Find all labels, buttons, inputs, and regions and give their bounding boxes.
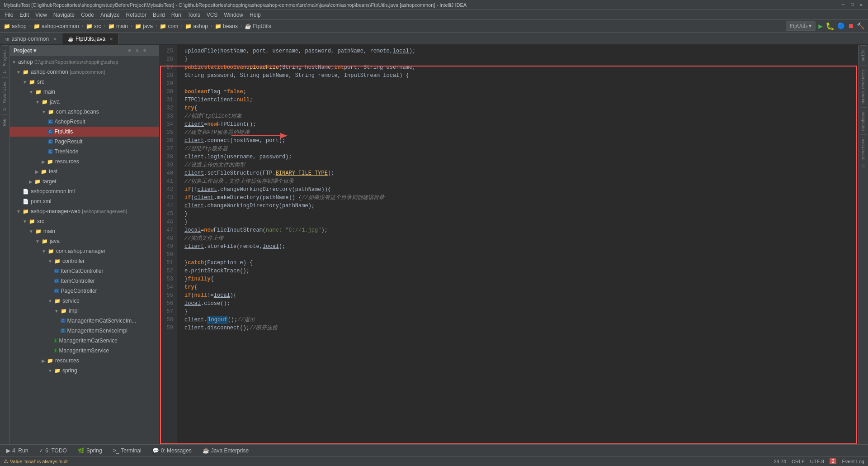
tree-item-main[interactable]: ▼📁main [10, 87, 159, 97]
tree-item-itemcontroller[interactable]: CItemController [10, 276, 159, 286]
tree-item-treenode[interactable]: CTreeNode [10, 147, 159, 157]
left-sidebar: 1: Project 2: Favorites Web [0, 45, 10, 444]
event-log-label[interactable]: Event Log [842, 459, 864, 464]
bottom-tab-4--run[interactable]: ▶ 4: Run [4, 447, 31, 455]
breadcrumb-item-src[interactable]: 📁 src [86, 23, 101, 29]
menu-item-build[interactable]: Build [150, 11, 168, 19]
close-button[interactable]: ✕ [858, 2, 864, 8]
code-line-55: if(null != local){ [184, 291, 858, 300]
tree-item-spring[interactable]: ▼📁spring [10, 366, 159, 376]
menu-item-file[interactable]: File [2, 11, 16, 19]
bottom-tab-spring[interactable]: 🌿 Spring [75, 447, 105, 455]
tree-item-ftputils[interactable]: CFtpUtils [10, 127, 159, 137]
tree-item-src[interactable]: ▼📁src [10, 216, 159, 226]
tree-item-ashop-manager-web[interactable]: ▼📁ashop-manager-web [ashopmanagerweb] [10, 206, 159, 216]
error-badge[interactable]: 2 [830, 458, 837, 464]
code-line-35: //建立和FTP服务器的链接 [184, 128, 858, 137]
menu-item-vcs[interactable]: VCS [204, 11, 221, 19]
tab-ashop-common[interactable]: mashop-common✕ [0, 33, 62, 44]
menu-item-help[interactable]: Help [247, 11, 264, 19]
project-tool-close[interactable]: ─ [149, 47, 155, 54]
tree-item-service[interactable]: ▼📁service [10, 296, 159, 306]
breadcrumb-item-ashop[interactable]: 📁 ashop [185, 23, 208, 29]
tree-item-impl[interactable]: ▼📁impl [10, 306, 159, 316]
code-line-37: //登陆ftp服务器 [184, 145, 858, 153]
tree-item-ashopresult[interactable]: CAshopResult [10, 117, 159, 127]
code-line-49: client.storeFile(remote, local); [184, 243, 858, 251]
menu-item-edit[interactable]: Edit [17, 11, 32, 19]
sidebar-tab-maven[interactable]: Maven Projects [860, 65, 867, 107]
tree-item-manageritemserviceimpl[interactable]: CManagerItemServiceImpl [10, 326, 159, 336]
project-title: Project ▾ [14, 48, 36, 54]
tree-item-com-ashop-manager[interactable]: ▼📁com.ashop.manager [10, 246, 159, 256]
breadcrumb-item-main[interactable]: 📁 main [108, 23, 128, 29]
tree-item-ashop[interactable]: ▼ashop C:\githubRepositories\shopping\as… [10, 57, 159, 67]
tree-item-ashop-common[interactable]: ▼📁ashop-common [ashopcommon] [10, 67, 159, 77]
sidebar-tab-web[interactable]: Web [2, 114, 8, 129]
coverage-button[interactable]: 🔵 [837, 22, 845, 30]
breadcrumb-item-com[interactable]: 📁 com [160, 23, 178, 29]
code-line-57: } [184, 308, 858, 316]
project-tool-settings[interactable]: ⚙ [142, 47, 148, 54]
line-number-26: 26 [161, 55, 173, 63]
tree-item-resources[interactable]: ▶📁resources [10, 157, 159, 166]
project-tool-sync[interactable]: ⊙ [127, 47, 133, 54]
tree-item-java[interactable]: ▼📁java [10, 97, 159, 107]
run-config-selector[interactable]: FtpUtils ▾ [786, 21, 816, 31]
sidebar-tab-project[interactable]: 1: Project [2, 45, 8, 77]
tree-item-pagecontroller[interactable]: CPageController [10, 286, 159, 296]
code-line-54: try { [184, 283, 858, 291]
tree-item-pom-xml[interactable]: 📄pom.xml [10, 196, 159, 206]
tree-item-java[interactable]: ▼📁java [10, 236, 159, 246]
tree-item-controller[interactable]: ▼📁controller [10, 256, 159, 266]
tree-item-itemcatcontroller[interactable]: CItemCatController [10, 266, 159, 276]
run-button[interactable]: ▶ [818, 22, 823, 31]
tree-item-target[interactable]: ▶📁target [10, 176, 159, 186]
code-line-34: client = new FTPClient(); [184, 120, 858, 128]
line-number-47: 47 [161, 226, 173, 234]
breadcrumb-item-java[interactable]: 📁 java [135, 23, 153, 29]
menu-item-view[interactable]: View [33, 11, 50, 19]
breadcrumb-item-ashop-common[interactable]: 📁 ashop-common [33, 23, 79, 29]
bottom-tab-6--todo[interactable]: ✓ 6: TODO [36, 447, 70, 455]
line-number-54: 54 [161, 283, 173, 291]
menu-item-navigate[interactable]: Navigate [51, 11, 77, 19]
breadcrumb-item-ashop[interactable]: 📁 ashop [4, 23, 27, 29]
tree-item-resources[interactable]: ▶📁resources [10, 356, 159, 366]
tree-item-test[interactable]: ▶📁test [10, 166, 159, 176]
bottom-tab-0--messages[interactable]: 💬 0: Messages [150, 447, 194, 455]
sidebar-tab-structure[interactable]: Z: Structure [860, 134, 867, 171]
tree-item-manageritemcatservice[interactable]: IManagerItemCatService [10, 336, 159, 346]
sidebar-tab-build[interactable]: Build [860, 45, 867, 65]
code-line-53: }finally { [184, 275, 858, 283]
stop-button[interactable]: ⏹ [848, 23, 854, 30]
tree-item-manageritemcatserviceim---[interactable]: CManagerItemCatServiceIm... [10, 316, 159, 326]
menu-item-window[interactable]: Window [221, 11, 246, 19]
menu-item-tools[interactable]: Tools [185, 11, 203, 19]
breadcrumb-item-beans[interactable]: 📁 beans [215, 23, 238, 29]
tree-item-src[interactable]: ▼📁src [10, 77, 159, 87]
code-line-47: local = new FileInputStream( name: "C://… [184, 226, 858, 234]
sidebar-tab-database[interactable]: Database [860, 107, 867, 134]
bottom-tab-terminal[interactable]: >_ Terminal [110, 447, 144, 455]
build-button[interactable]: 🔨 [857, 22, 864, 30]
debug-button[interactable]: 🐛 [826, 22, 835, 31]
tab-ftputils-java[interactable]: ☕FtpUtils.java✕ [62, 33, 119, 44]
tree-item-com-ashop-beans[interactable]: ▼📁com.ashop.beans [10, 107, 159, 117]
menu-item-analyze[interactable]: Analyze [98, 11, 123, 19]
project-tool-collapse[interactable]: ⇅ [134, 47, 140, 54]
menu-item-code[interactable]: Code [78, 11, 97, 19]
tree-item-main[interactable]: ▼📁main [10, 226, 159, 236]
tree-item-manageritemservice[interactable]: IManagerItemService [10, 346, 159, 356]
bottom-tab-java-enterprise[interactable]: ☕ Java Enterprise [200, 447, 251, 455]
sidebar-tab-favorites[interactable]: 2: Favorites [2, 77, 8, 114]
tree-item-ashopcommon-iml[interactable]: 📄ashopcommon.iml [10, 186, 159, 196]
breadcrumb-item-ftputils[interactable]: ☕ FtpUtils [245, 23, 271, 29]
menu-item-run[interactable]: Run [169, 11, 184, 19]
menu-item-refactor[interactable]: Refactor [123, 11, 149, 19]
toolbar-right: FtpUtils ▾ ▶ 🐛 🔵 ⏹ 🔨 [786, 21, 864, 31]
code-lines[interactable]: uploadFile(hostName, port, username, pas… [177, 45, 858, 444]
tree-item-pageresult[interactable]: CPageResult [10, 137, 159, 147]
minimize-button[interactable]: ─ [840, 2, 846, 8]
maximize-button[interactable]: □ [849, 2, 855, 8]
